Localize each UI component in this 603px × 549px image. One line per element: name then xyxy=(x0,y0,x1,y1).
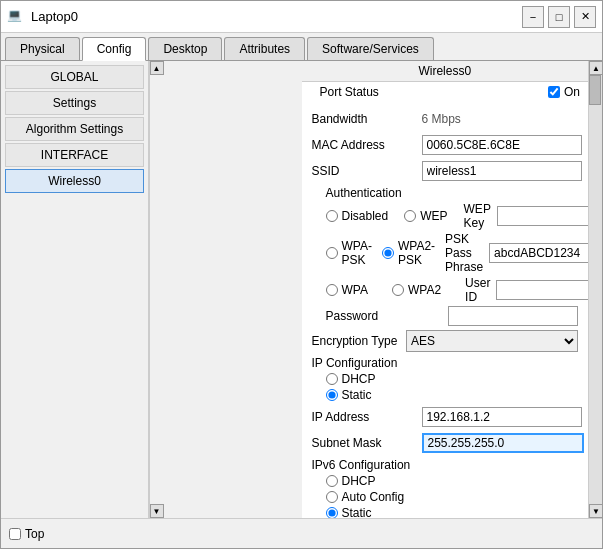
bandwidth-value: 6 Mbps xyxy=(422,112,461,126)
left-panel-settings[interactable]: Settings xyxy=(5,91,144,115)
left-scroll-down[interactable]: ▼ xyxy=(150,504,164,518)
encryption-row: Encryption Type AES TKIP xyxy=(312,330,579,352)
ssid-input[interactable] xyxy=(422,161,582,181)
auth-label: Authentication xyxy=(326,186,579,200)
ipv6-auto-config-label: Auto Config xyxy=(342,490,405,504)
auth-row2: WPA-PSK WPA2-PSK PSK Pass Phrase xyxy=(326,232,579,274)
ip-address-label: IP Address xyxy=(312,410,422,424)
port-status-row: Port Status On xyxy=(302,82,589,102)
ipv6-dhcp-row: DHCP xyxy=(326,474,579,488)
auth-row3: WPA WPA2 User ID xyxy=(326,276,579,304)
ip-static-row: Static xyxy=(326,388,579,402)
ip-config-section: IP Configuration DHCP Static IP Address xyxy=(312,356,579,454)
port-status-on-label: On xyxy=(564,85,580,99)
ipv6-config-section: IPv6 Configuration DHCP Auto Config Stat… xyxy=(312,458,579,518)
tab-software-services[interactable]: Software/Services xyxy=(307,37,434,60)
auth-row1: Disabled WEP WEP Key xyxy=(326,202,579,230)
left-scroll-up[interactable]: ▲ xyxy=(150,61,164,75)
form-area: Bandwidth 6 Mbps MAC Address SSID xyxy=(302,102,589,518)
bandwidth-row: Bandwidth 6 Mbps xyxy=(312,108,579,130)
auth-section: Authentication Disabled WEP WEP K xyxy=(312,186,579,326)
right-scroll-down[interactable]: ▼ xyxy=(589,504,602,518)
minimize-button[interactable]: − xyxy=(522,6,544,28)
tab-desktop[interactable]: Desktop xyxy=(148,37,222,60)
ip-static-label: Static xyxy=(342,388,372,402)
ipv6-dhcp-radio[interactable] xyxy=(326,475,338,487)
mac-address-label: MAC Address xyxy=(312,138,422,152)
auth-wpa2-radio[interactable] xyxy=(392,284,404,296)
port-status-checkbox[interactable] xyxy=(548,86,560,98)
tab-config[interactable]: Config xyxy=(82,37,147,61)
top-checkbox[interactable] xyxy=(9,528,21,540)
auth-disabled-radio[interactable] xyxy=(326,210,338,222)
bandwidth-label: Bandwidth xyxy=(312,112,422,126)
port-status-label: Port Status xyxy=(310,85,548,99)
auth-wpa2-option: WPA2 xyxy=(392,283,441,297)
ipv6-auto-config-radio[interactable] xyxy=(326,491,338,503)
ipv6-config-label: IPv6 Configuration xyxy=(312,458,579,472)
auth-wpapsk-radio[interactable] xyxy=(326,247,338,259)
top-checkbox-row: Top xyxy=(9,527,44,541)
auth-disabled-label: Disabled xyxy=(342,209,389,223)
pass-phrase-label: PSK Pass Phrase xyxy=(445,232,483,274)
auth-wpa-radio[interactable] xyxy=(326,284,338,296)
ip-dhcp-radio[interactable] xyxy=(326,373,338,385)
tab-bar: Physical Config Desktop Attributes Softw… xyxy=(1,33,602,61)
auth-wpa2-label: WPA2 xyxy=(408,283,441,297)
ipv6-static-label: Static xyxy=(342,506,372,518)
user-id-input[interactable] xyxy=(496,280,588,300)
tab-attributes[interactable]: Attributes xyxy=(224,37,305,60)
right-scroll-thumb[interactable] xyxy=(589,75,601,105)
auth-disabled-option: Disabled xyxy=(326,209,389,223)
tab-physical[interactable]: Physical xyxy=(5,37,80,60)
subnet-mask-row: Subnet Mask xyxy=(312,432,579,454)
close-button[interactable]: ✕ xyxy=(574,6,596,28)
ssid-label: SSID xyxy=(312,164,422,178)
wep-key-input[interactable] xyxy=(497,206,588,226)
password-input[interactable] xyxy=(448,306,578,326)
ip-dhcp-row: DHCP xyxy=(326,372,579,386)
ip-config-label: IP Configuration xyxy=(312,356,579,370)
right-panel: Wireless0 Port Status On Bandwidth 6 Mbp… xyxy=(302,61,589,518)
ip-dhcp-label: DHCP xyxy=(342,372,376,386)
left-panel-interface[interactable]: INTERFACE xyxy=(5,143,144,167)
password-row: Password xyxy=(326,306,579,326)
left-section: GLOBAL Settings Algorithm Settings INTER… xyxy=(1,61,302,518)
ipv6-autoconfig-row: Auto Config xyxy=(326,490,579,504)
left-panel-global[interactable]: GLOBAL xyxy=(5,65,144,89)
auth-wpapsk-label: WPA-PSK xyxy=(342,239,372,267)
top-label: Top xyxy=(25,527,44,541)
encryption-select[interactable]: AES TKIP xyxy=(406,330,578,352)
pass-phrase-input[interactable] xyxy=(489,243,588,263)
window-title: Laptop0 xyxy=(31,9,78,24)
ip-address-row: IP Address xyxy=(312,406,579,428)
right-scroll-up[interactable]: ▲ xyxy=(589,61,602,75)
auth-wpa-option: WPA xyxy=(326,283,368,297)
user-id-label: User ID xyxy=(465,276,490,304)
auth-wep-option: WEP xyxy=(404,209,447,223)
ipv6-static-radio[interactable] xyxy=(326,507,338,518)
left-panel: GLOBAL Settings Algorithm Settings INTER… xyxy=(1,61,149,518)
password-label: Password xyxy=(326,309,449,323)
right-panel-wrapper: Wireless0 Port Status On Bandwidth 6 Mbp… xyxy=(302,61,603,518)
right-scrollbar: ▲ ▼ xyxy=(588,61,602,518)
mac-address-row: MAC Address xyxy=(312,134,579,156)
mac-address-input[interactable] xyxy=(422,135,582,155)
ip-static-radio[interactable] xyxy=(326,389,338,401)
left-panel-wireless0[interactable]: Wireless0 xyxy=(5,169,144,193)
auth-wpa2psk-option: WPA2-PSK xyxy=(382,239,435,267)
window-icon: 💻 xyxy=(7,8,25,26)
title-buttons: − □ ✕ xyxy=(522,6,596,28)
panel-title: Wireless0 xyxy=(302,61,589,82)
left-panel-algo-settings[interactable]: Algorithm Settings xyxy=(5,117,144,141)
maximize-button[interactable]: □ xyxy=(548,6,570,28)
ipv6-dhcp-label: DHCP xyxy=(342,474,376,488)
subnet-mask-input[interactable] xyxy=(422,433,584,453)
auth-wep-radio[interactable] xyxy=(404,210,416,222)
main-content: GLOBAL Settings Algorithm Settings INTER… xyxy=(1,61,602,518)
ip-address-input[interactable] xyxy=(422,407,582,427)
auth-wpa2psk-radio[interactable] xyxy=(382,247,394,259)
auth-wpa2psk-label: WPA2-PSK xyxy=(398,239,435,267)
wep-key-label: WEP Key xyxy=(464,202,491,230)
title-bar: 💻 Laptop0 − □ ✕ xyxy=(1,1,602,33)
